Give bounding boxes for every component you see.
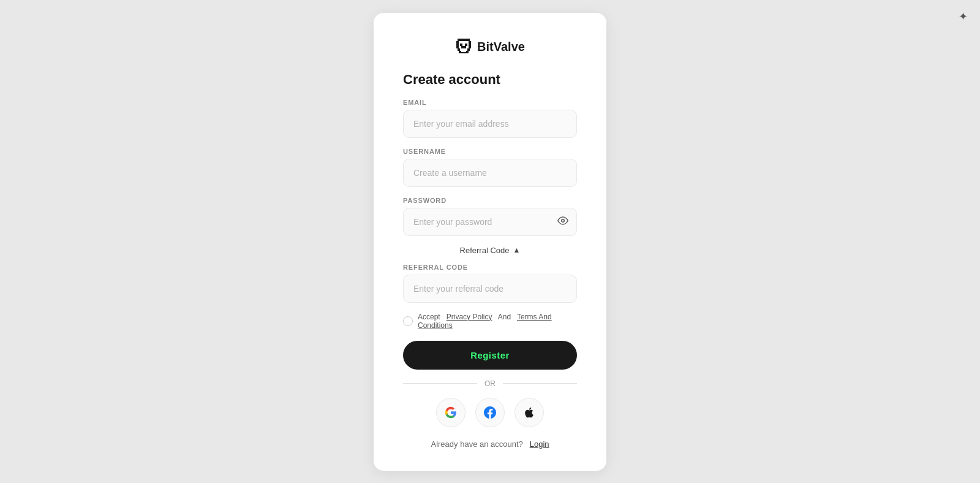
apple-signin-button[interactable] [514,398,544,427]
email-input[interactable] [403,110,577,138]
divider-line-left [403,383,477,384]
referral-code-label: REFERRAL CODE [403,264,577,271]
email-input-wrapper [403,110,577,138]
referral-code-input-wrapper [403,275,577,303]
password-visibility-toggle-icon[interactable] [557,215,568,229]
email-label: EMAIL [403,99,577,106]
referral-code-field-group: REFERRAL CODE [403,264,577,303]
referral-code-toggle[interactable]: Referral Code ▲ [403,246,577,255]
svg-rect-11 [456,46,459,48]
password-input-wrapper [403,208,577,236]
referral-code-input[interactable] [403,275,577,303]
logo-text: BitValve [477,40,525,54]
or-text: OR [484,379,496,388]
password-input[interactable] [403,208,577,236]
top-right-decorative-icon: ✦ [959,10,968,23]
terms-text: Accept Privacy Policy And Terms And Cond… [418,313,577,330]
svg-rect-13 [469,46,471,48]
social-buttons [403,398,577,427]
svg-rect-4 [467,39,470,41]
google-signin-button[interactable] [436,398,466,427]
svg-rect-8 [460,44,462,46]
terms-row: Accept Privacy Policy And Terms And Cond… [403,313,577,330]
facebook-signin-button[interactable] [475,398,505,427]
referral-chevron-up-icon: ▲ [513,246,521,254]
svg-rect-3 [465,39,467,41]
svg-rect-12 [461,46,466,48]
login-link[interactable]: Login [530,439,549,449]
username-field-group: USERNAME [403,148,577,187]
password-label: PASSWORD [403,197,577,204]
username-input-wrapper [403,159,577,187]
divider-line-right [503,383,577,384]
or-divider: OR [403,379,577,388]
username-label: USERNAME [403,148,577,155]
password-field-group: PASSWORD [403,197,577,236]
apple-icon [523,406,535,419]
page-title: Create account [403,72,577,88]
svg-rect-14 [458,48,460,51]
svg-rect-16 [459,51,461,53]
svg-rect-2 [462,39,465,41]
bitvalve-logo-icon [455,37,472,57]
privacy-policy-link[interactable]: Privacy Policy [447,313,492,321]
register-card: BitValve Create account EMAIL USERNAME P… [374,13,606,471]
svg-rect-1 [460,39,462,41]
logo-area: BitValve [403,37,577,57]
username-input[interactable] [403,159,577,187]
svg-rect-17 [466,51,469,53]
referral-toggle-label: Referral Code [460,246,510,255]
svg-rect-6 [469,41,471,44]
svg-rect-18 [461,52,466,53]
svg-rect-7 [456,44,459,46]
svg-rect-10 [469,44,471,46]
svg-rect-9 [465,44,467,46]
terms-checkbox[interactable] [403,316,413,326]
email-field-group: EMAIL [403,99,577,138]
svg-rect-15 [467,48,470,51]
svg-rect-0 [458,39,460,41]
register-button[interactable]: Register [403,341,577,370]
already-account-text: Already have an account? Login [403,439,577,449]
svg-point-19 [562,219,565,222]
svg-rect-5 [456,41,459,44]
